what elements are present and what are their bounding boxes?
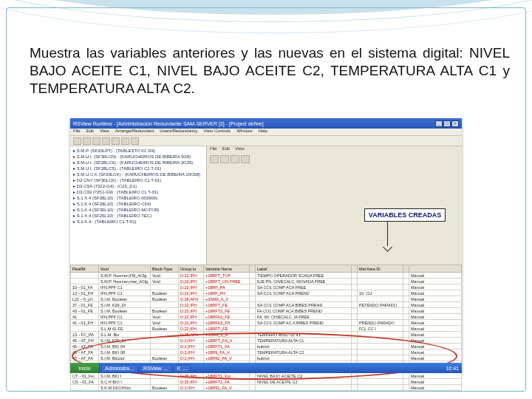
menu-item[interactable]: View	[100, 129, 109, 135]
list-item[interactable]: ▸ S.1.K.4 (SF30L10) : (TABLEIRO MOTOR)	[73, 207, 203, 213]
column-header[interactable]: Void	[99, 265, 151, 273]
editor-menu: FileEditView	[207, 146, 462, 154]
column-header[interactable]	[403, 265, 409, 273]
menu-item[interactable]: View Controls	[203, 129, 231, 135]
table-row[interactable]: 45→AT_FHS.I.M. K20_DID:2,IFH+18RFT_FA_VT…	[71, 338, 462, 344]
table-row[interactable]: 41→01_FHIFN.PPF C1VoidD:22,IFH+18RFA3_FH…	[71, 320, 462, 326]
intro-text: Muestra las variables anteriores y las n…	[30, 44, 510, 97]
list-item[interactable]: ▸ D3.CSA (7222-G4) : (C25_D1)	[73, 183, 203, 189]
list-item[interactable]: ▸ S.M.U.I. (SF28LCS) : (TABLEIRO C1 T-01…	[73, 166, 203, 171]
list-item[interactable]: ▸ S.M.U.I. (SF30LCN) : (KARUCHEIROS DE B…	[73, 154, 203, 160]
column-header[interactable]: Block-Type	[151, 265, 179, 273]
toolbar-button[interactable]	[121, 137, 129, 145]
toolbar-button[interactable]	[73, 137, 81, 145]
toolbar-button[interactable]	[131, 137, 139, 145]
column-header[interactable]: Label	[256, 265, 352, 273]
close-button[interactable]: ×	[451, 120, 459, 127]
maximize-button[interactable]: □	[443, 120, 451, 127]
table-row[interactable]: 43→01_FES.I.M. BooleanBooleanD:22,IFH+18…	[71, 308, 462, 314]
column-header[interactable]	[409, 265, 462, 273]
left-device-list[interactable]: ▸ S.M.P. (SF20LPT) : (TABLESTO 01 \29)▸ …	[70, 146, 207, 265]
table-row[interactable]: S.M.P. Hosmen,FM_AClgVoidD:22,IFH+18RFT_…	[71, 273, 462, 279]
list-item[interactable]: ▸ S.1.K.4 (SF28L10) : (TABLEIRO C54)	[73, 201, 203, 207]
table-row[interactable]: 37→01_FES.I.M. K29_DID:22,IFH+18RFT_FESA…	[71, 302, 462, 308]
taskbar-task[interactable]: Administra…	[101, 364, 138, 372]
editor-toolbar-button[interactable]	[241, 155, 250, 163]
table-row[interactable]: S.K.M DICOH/svBooleanD:2,IFH+18R92_FA_VM…	[71, 385, 462, 391]
toolbar-button[interactable]	[83, 137, 91, 145]
list-item[interactable]: ▸ S.1.X.4 (SF28L10) : (TABLEIRO 002900)	[73, 195, 203, 201]
menu-item[interactable]: Help	[259, 129, 267, 135]
editor-toolbar-button[interactable]	[231, 155, 239, 163]
toolbar-button[interactable]	[112, 137, 120, 145]
minimize-button[interactable]: _	[435, 120, 443, 127]
toolbar-button[interactable]	[92, 137, 100, 145]
toolbar[interactable]	[70, 136, 462, 146]
taskbar-task[interactable]: K …	[174, 364, 191, 372]
callout-variables-creadas: VARIABLES CREADAS	[364, 208, 446, 222]
table-row[interactable]: S.L.M 61 FEBooleanD:22,IFH+18RFT_FEFCL C…	[71, 326, 462, 332]
clock: 10:41	[446, 366, 459, 371]
toolbar-button[interactable]	[102, 137, 110, 145]
menu-item[interactable]: Edit	[86, 129, 94, 135]
menu-bar[interactable]: FileEditViewArrange/RedundantUsers/Redun…	[70, 129, 462, 136]
table-row[interactable]: 13→01_FHIFN.PPF C1BooleanD:22,IFH+18RF_F…	[71, 290, 462, 296]
column-header[interactable]: Variable Name	[204, 265, 250, 273]
list-item[interactable]: ▸ S.M.U.C.K (SF29LCK) : (KARUCHEIROS DE …	[73, 171, 203, 177]
system-tray: 10:41	[443, 366, 462, 371]
window-titlebar: RSView Runtime - [Administración Redunda…	[70, 118, 462, 129]
list-item[interactable]: ▸ S.2.K.4 : (TABLEIRO C1 T-01)	[73, 219, 203, 225]
menu-item[interactable]: File	[73, 129, 81, 135]
column-header[interactable]	[250, 265, 256, 273]
table-row[interactable]: 13→FC_PAS.L.M. BioD:28,AFH+3SM9_L_ATEMPE…	[71, 332, 462, 338]
table-row[interactable]: CT→01_FoiS.I.M. BIO ID:25,IFH+18RFT1_Foi…	[71, 373, 462, 379]
list-item[interactable]: ▸ D3.C39 (7251-G9) : (TABLEIRO C1 T-01)	[73, 189, 203, 195]
table-row[interactable]: 45→AT_FAS.I.M. BIO 08D:2,IFH+18R9_FA_VTE…	[71, 349, 462, 355]
list-item[interactable]: ▸ S.M.P. (SF20LPT) : (TABLESTO 01 \29)	[73, 148, 203, 154]
table-row[interactable]: 45→AT_FAS.I.M. BIO 04D:2,IFH+18RFT1_FAbo…	[71, 344, 462, 349]
table-row[interactable]: S.M.P. Hosmen,rree_AClgVoidD:22,IFH+18RF…	[71, 279, 462, 284]
menu-item[interactable]: Arrange/Redundant	[115, 129, 154, 135]
table-row[interactable]: 41IFN.PPF C1VoidD:22,IFH+18RFA3_FEFA. IM…	[71, 314, 462, 320]
menu-item[interactable]: Window	[236, 129, 252, 135]
column-header[interactable]: Mal Area ID	[358, 265, 403, 273]
table-row[interactable]: L21→0_yOS.I.M. BooleanBooleanD:28,AFH+3S…	[71, 296, 462, 302]
column-header[interactable]: Real/M	[71, 265, 99, 273]
list-item[interactable]: ▸ D2.CNY (SF30LCK) : (TABLEIRO C1 T-01)	[73, 177, 203, 183]
column-header[interactable]	[352, 265, 358, 273]
editor-toolbar-button[interactable]	[220, 155, 229, 163]
list-item[interactable]: ▸ S.1.X.4 (SF25L10) : (TABLEIRO TEC)	[73, 213, 203, 219]
taskbar[interactable]: Inicio Administra…RSView …K … 10:41	[70, 363, 462, 373]
table-row[interactable]: CS→01_FAS.C.H BIO ID:25,IFH+18RFT2_FANIV…	[71, 379, 462, 385]
window-title: RSView Runtime - [Administración Redunda…	[73, 121, 264, 126]
list-item[interactable]: ▸ S.M.U.I. (SF28LCS) : (KARUCHEIROS DE B…	[73, 160, 203, 166]
screenshot: RSView Runtime - [Administración Redunda…	[70, 118, 462, 373]
taskbar-task[interactable]: RSView …	[140, 364, 172, 372]
column-header[interactable]: Group to	[179, 265, 204, 273]
editor-toolbar-button[interactable]	[210, 155, 219, 163]
table-row[interactable]: 45→AT_FAS.I.M. BicolorBooleanD:2,IFH+18R…	[71, 355, 462, 361]
editor-pane: FileEditView VARIABLES CREADAS	[207, 146, 462, 265]
menu-item[interactable]: Users/Redundancy	[160, 129, 197, 135]
table-row[interactable]: 10→01_FAIFN.PPF C1D:22,IFH+18RF_PASA CO1…	[71, 284, 462, 290]
start-button[interactable]: Inicio	[70, 363, 100, 373]
